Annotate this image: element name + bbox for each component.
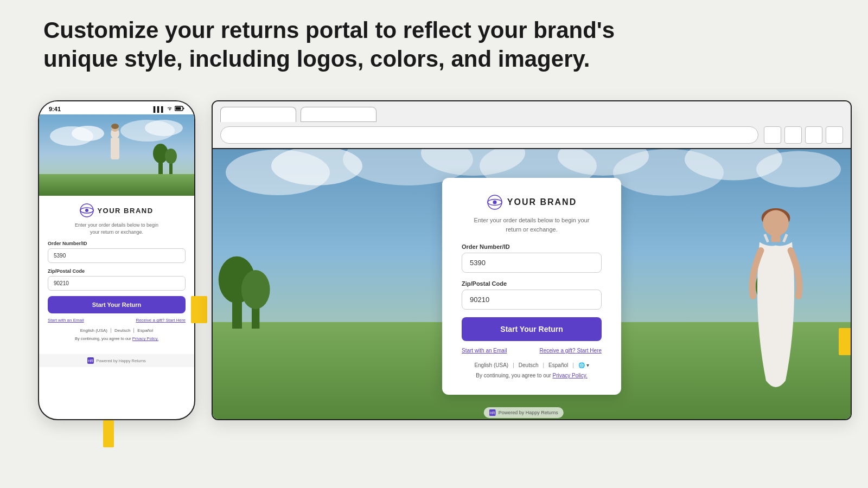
svg-point-12 — [165, 149, 177, 164]
browser-action-btn-4[interactable] — [826, 126, 843, 144]
phone-zip-label: Zip/Postal Code — [48, 268, 186, 274]
happy-returns-icon: HR — [87, 357, 94, 364]
phone-privacy-link[interactable]: Privacy Policy. — [132, 336, 158, 341]
card-brand-icon — [487, 194, 503, 210]
card-zip-label: Zip/Postal Code — [462, 280, 602, 287]
card-locale-globe-icon[interactable]: 🌐 ▾ — [578, 362, 589, 368]
phone-brand-logo: YOUR BRAND — [48, 203, 186, 217]
card-brand-name: YOUR BRAND — [507, 197, 577, 207]
browser-content: YOUR BRAND Enter your order details belo… — [213, 149, 851, 420]
svg-point-19 — [85, 209, 88, 212]
svg-rect-2 — [176, 107, 181, 110]
card-order-input[interactable] — [462, 253, 602, 273]
card-privacy: By continuing, you agree to our Privacy … — [462, 373, 602, 378]
card-locale-english[interactable]: English (USA) — [474, 362, 508, 368]
browser-action-btn-1[interactable] — [764, 126, 781, 144]
browser-hr-icon: HR — [489, 409, 496, 416]
browser-chrome — [213, 101, 851, 149]
return-card: YOUR BRAND Enter your order details belo… — [442, 178, 621, 395]
browser-mockup: YOUR BRAND Enter your order details belo… — [212, 100, 852, 420]
headline-line1: Customize your returns portal to reflect… — [43, 16, 825, 45]
browser-tabs — [220, 107, 843, 122]
phone-zip-input[interactable]: 90210 — [48, 276, 186, 291]
phone-powered-by: Powered by Happy Returns — [96, 358, 146, 363]
phone-status-bar: 9:41 ▌▌▌ — [39, 101, 194, 114]
brand-icon — [80, 203, 94, 217]
phone-form-content: YOUR BRAND Enter your order details belo… — [39, 196, 194, 354]
card-email-link[interactable]: Start with an Email — [462, 348, 507, 354]
svg-point-40 — [763, 210, 789, 236]
card-subtitle: Enter your order details below to begin … — [462, 216, 602, 234]
svg-text:HR: HR — [88, 359, 93, 363]
phone-gift-link: Receive a gift? Start Here — [136, 318, 186, 323]
browser-action-btn-3[interactable] — [805, 126, 822, 144]
phone-status-icons: ▌▌▌ — [154, 106, 184, 112]
card-zip-input[interactable] — [462, 290, 602, 310]
phone-bottom-connector — [103, 420, 114, 447]
browser-footer: HR Powered by Happy Returns — [484, 407, 564, 418]
card-start-return-button[interactable]: Start Your Return — [462, 317, 602, 341]
phone-time: 9:41 — [49, 106, 61, 112]
phone-locale: English (USA) Deutsch Español — [48, 328, 186, 333]
phone-privacy: By continuing, you agree to our Privacy … — [48, 336, 186, 341]
phone-start-return-button[interactable]: Start Your Return — [48, 296, 186, 313]
phone-brand-name: YOUR BRAND — [97, 207, 153, 215]
card-brand-logo: YOUR BRAND — [462, 194, 602, 210]
phone-email-link[interactable]: Start with an Email — [48, 318, 84, 323]
phone-order-input[interactable]: 5390 — [48, 248, 186, 263]
browser-yellow-sticker — [839, 328, 851, 355]
svg-rect-41 — [771, 234, 781, 242]
svg-point-7 — [145, 120, 183, 136]
card-locale: English (USA) | Deutsch | Español | 🌐 ▾ — [462, 362, 602, 368]
phone-subtitle: Enter your order details below to beginy… — [48, 222, 186, 235]
phone-links: Start with an Email Receive a gift? Star… — [48, 318, 186, 323]
wifi-icon — [167, 106, 173, 112]
browser-powered-by: Powered by Happy Returns — [499, 410, 558, 415]
browser-controls — [220, 126, 843, 144]
svg-rect-1 — [183, 108, 184, 110]
phone-hero-image — [39, 114, 194, 196]
signal-icon: ▌▌▌ — [154, 106, 165, 112]
card-privacy-link[interactable]: Privacy Policy. — [552, 373, 587, 378]
browser-address-bar[interactable] — [220, 126, 758, 144]
browser-action-buttons — [764, 126, 843, 144]
browser-action-btn-2[interactable] — [784, 126, 802, 144]
phone-locale-english[interactable]: English (USA) — [80, 328, 111, 333]
card-links: Start with an Email Receive a gift? Star… — [462, 348, 602, 354]
svg-rect-16 — [111, 138, 119, 159]
svg-point-36 — [241, 270, 270, 309]
svg-text:HR: HR — [490, 411, 495, 415]
phone-yellow-sticker — [191, 296, 207, 323]
svg-point-15 — [111, 124, 119, 129]
phone-locale-espanol[interactable]: Español — [137, 328, 153, 333]
battery-icon — [175, 106, 184, 112]
phone-order-label: Order Number/ID — [48, 241, 186, 246]
phone-locale-deutsch[interactable]: Deutsch — [114, 328, 134, 333]
card-gift-text: Receive a gift? Start Here — [539, 348, 602, 354]
svg-rect-8 — [39, 174, 194, 196]
browser-tab-2[interactable] — [301, 107, 376, 122]
svg-point-5 — [72, 126, 104, 141]
svg-point-31 — [756, 151, 841, 187]
phone-mockup: 9:41 ▌▌▌ — [38, 100, 195, 420]
phone-footer: HR Powered by Happy Returns — [39, 354, 194, 367]
browser-tab-1[interactable] — [220, 107, 296, 122]
headline: Customize your returns portal to reflect… — [43, 16, 825, 73]
headline-line2: unique style, including logos, colors, a… — [43, 45, 825, 74]
card-order-label: Order Number/ID — [462, 243, 602, 250]
card-locale-espanol[interactable]: Español — [548, 362, 568, 368]
card-locale-deutsch[interactable]: Deutsch — [519, 362, 539, 368]
svg-point-46 — [493, 201, 496, 204]
